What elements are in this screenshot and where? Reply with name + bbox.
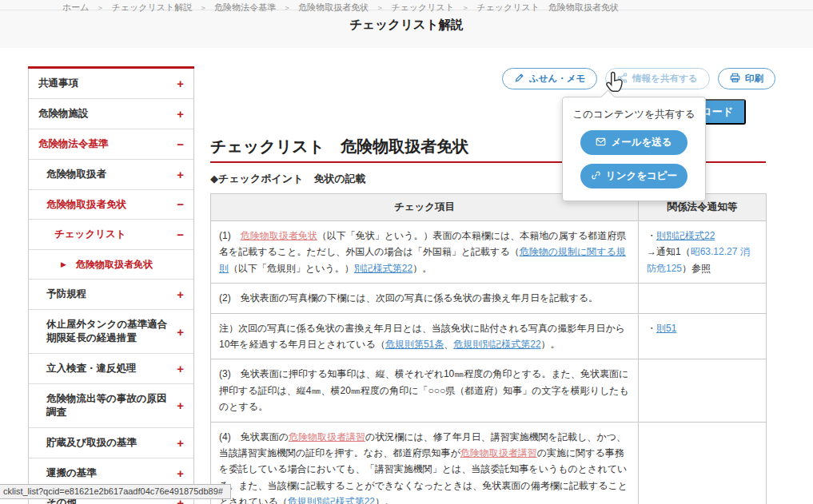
link-icon — [591, 170, 601, 183]
expand-plus-icon[interactable]: + — [177, 288, 184, 300]
inline-link[interactable]: 危険物取扱者講習 — [460, 447, 537, 458]
printer-icon — [730, 73, 740, 85]
text-segment: (4) 免状裏面の — [219, 431, 289, 442]
pencil-icon — [514, 73, 524, 85]
breadcrumb-separator-icon: ＞ — [97, 3, 105, 12]
copy-link-label: リンクをコピー — [606, 169, 677, 183]
breadcrumb-item[interactable]: 危険物法令基準 — [214, 2, 276, 12]
text-segment: →通知1（ — [647, 246, 691, 257]
sidebar-item-label: 危険物取扱者免状 — [46, 198, 172, 212]
sidebar-item-label: 貯蔵及び取扱の基準 — [46, 436, 172, 450]
breadcrumb-separator-icon: ＞ — [199, 3, 207, 12]
button-label: 印刷 — [745, 73, 763, 85]
expand-plus-icon[interactable]: + — [177, 363, 184, 375]
expand-plus-icon[interactable]: + — [177, 108, 184, 120]
sidebar-item[interactable]: ▶危険物取扱者免状 — [29, 250, 193, 280]
related-law-cell — [639, 422, 767, 504]
related-law-cell: ・則別記様式22→通知1（昭63.12.27 消防危125）参照 — [639, 221, 767, 284]
text-segment: (1) — [219, 230, 241, 241]
button-label: ふせん・メモ — [529, 73, 585, 85]
sidebar-item[interactable]: 貯蔵及び取扱の基準+ — [29, 428, 193, 458]
text-segment: 、 — [444, 339, 453, 350]
sidebar-item-label: 危険物流出等の事故の原因調査 — [46, 392, 172, 419]
sidebar-item[interactable]: 危険物施設+ — [29, 99, 193, 129]
inline-link[interactable]: 危規則別記様式第22 — [453, 339, 540, 350]
inline-link[interactable]: 別記様式第22 — [354, 263, 412, 274]
button-label: 情報を共有する — [632, 73, 697, 85]
breadcrumb-separator-icon: ＞ — [283, 3, 291, 12]
status-bar-url: cklist_list?qcid=e81621e2b617aadf04c76e4… — [0, 484, 231, 499]
sidebar-item-label: 立入検査・違反処理 — [46, 362, 172, 375]
text-segment: ・ — [647, 230, 656, 241]
inline-link[interactable]: 則別記様式22 — [656, 230, 715, 241]
inline-link[interactable]: 危険物取扱者講習 — [289, 431, 365, 442]
table-row: (2) 免状表面の写真欄の下欄には、次回の写真に係る免状の書換え年月日を記載する… — [211, 284, 767, 313]
check-table: チェック項目 関係法令通知等 (1) 危険物取扱者免状（以下「免状」という。）表… — [210, 193, 767, 504]
check-item-cell: (3) 免状表面に押印する知事印は、縦、横それぞれ10㎜程度の角印とする。また、… — [211, 359, 639, 422]
expand-plus-icon[interactable]: + — [177, 437, 184, 449]
text-segment: ）。 — [412, 263, 432, 274]
related-law-line: ・則別記様式22 — [647, 228, 758, 244]
table-row: (3) 免状表面に押印する知事印は、縦、横それぞれ10㎜程度の角印とする。また、… — [211, 359, 767, 422]
share-icon — [617, 73, 628, 85]
print-button[interactable]: 印刷 — [718, 68, 775, 89]
sidebar-item[interactable]: 危険物取扱者+ — [29, 160, 193, 190]
sidebar-menu: 共通事項+危険物施設+危険物法令基準−危険物取扱者+危険物取扱者免状−チェックリ… — [28, 69, 194, 504]
sidebar-item-label: 休止屋外タンクの基準適合期限延長の経過措置 — [46, 318, 172, 345]
breadcrumb-item: チェックリスト 危険物取扱者免状 — [476, 2, 619, 12]
sidebar-item-label: 危険物法令基準 — [38, 137, 172, 151]
sidebar: 共通事項+危険物施設+危険物法令基準−危険物取扱者+危険物取扱者免状−チェックリ… — [28, 66, 194, 504]
inline-link[interactable]: 則51 — [656, 323, 676, 334]
breadcrumb-item[interactable]: チェックリスト解説 — [112, 2, 193, 12]
breadcrumb-separator-icon: ＞ — [376, 3, 384, 12]
sidebar-item[interactable]: 危険物流出等の事故の原因調査+ — [29, 384, 193, 428]
text-segment: ）。 — [375, 496, 394, 504]
check-item-cell: (2) 免状表面の写真欄の下欄には、次回の写真に係る免状の書換え年月日を記載する… — [211, 284, 639, 313]
sidebar-item-label: 運搬の基準 — [46, 466, 172, 480]
toolbar: ふせん・メモ情報を共有する印刷 — [502, 68, 775, 89]
sidebar-item[interactable]: 危険物取扱者免状− — [29, 190, 193, 220]
sidebar-item[interactable]: チェックリスト− — [29, 220, 193, 250]
expand-plus-icon[interactable]: + — [177, 467, 184, 479]
collapse-minus-icon[interactable]: − — [177, 138, 184, 150]
related-law-cell: ・則51 — [639, 313, 767, 359]
collapse-minus-icon[interactable]: − — [177, 198, 184, 210]
expand-plus-icon[interactable]: + — [177, 399, 184, 411]
checkpoint-heading: ◆チェックポイント 免状の記載 — [210, 172, 366, 186]
sidebar-item[interactable]: 危険物法令基準− — [29, 129, 193, 160]
expand-plus-icon[interactable]: + — [177, 77, 184, 89]
expand-plus-icon[interactable]: + — [177, 326, 184, 338]
sidebar-item-label: 危険物施設 — [38, 107, 172, 121]
sidebar-item-label: 危険物取扱者 — [46, 168, 172, 181]
note-memo-button[interactable]: ふせん・メモ — [502, 68, 597, 89]
sidebar-item-label: チェックリスト — [54, 228, 172, 241]
breadcrumb-separator-icon: ＞ — [461, 3, 469, 12]
inline-link[interactable]: 危険物取扱者免状 — [241, 230, 317, 241]
breadcrumb-item[interactable]: チェックリスト — [391, 2, 454, 12]
check-item-cell: (1) 危険物取扱者免状（以下「免状」という。）表面の本籍欄には、本籍地の属する… — [211, 221, 639, 284]
breadcrumb: ホーム＞チェックリスト解説＞危険物法令基準＞危険物取扱者免状＞チェックリスト＞チ… — [62, 2, 619, 14]
breadcrumb-item[interactable]: 危険物取扱者免状 — [298, 2, 369, 12]
related-law-line: →通知1（昭63.12.27 消防危125）参照 — [647, 244, 758, 276]
check-item-cell: 注）次回の写真に係る免状の書換え年月日とは、当該免状に貼付される写真の撮影年月日… — [211, 313, 639, 359]
sidebar-item[interactable]: 休止屋外タンクの基準適合期限延長の経過措置+ — [29, 310, 193, 354]
inline-link[interactable]: 危規則別記様式第22 — [288, 496, 375, 504]
collapse-minus-icon[interactable]: − — [177, 228, 184, 240]
check-item-cell: (4) 免状裏面の危険物取扱者講習の状況欄には、修了年月日、講習実施機関を記載し… — [211, 422, 639, 504]
table-row: (1) 危険物取扱者免状（以下「免状」という。）表面の本籍欄には、本籍地の属する… — [211, 221, 767, 284]
share-button[interactable]: 情報を共有する — [605, 68, 709, 89]
sidebar-item[interactable]: 予防規程+ — [29, 280, 193, 310]
expand-plus-icon[interactable]: + — [177, 169, 184, 181]
inline-link[interactable]: 危規則第51条 — [385, 339, 444, 350]
send-mail-button[interactable]: メールを送る — [580, 130, 687, 155]
share-popup-title: このコンテンツを共有する — [571, 108, 697, 121]
page-title: チェックリスト解説 — [0, 17, 813, 34]
sidebar-item[interactable]: 立入検査・違反処理+ — [29, 354, 193, 384]
related-law-line: ・則51 — [647, 320, 758, 336]
copy-link-button[interactable]: リンクをコピー — [580, 164, 687, 189]
text-segment: ）参照 — [682, 263, 711, 274]
table-row: 注）次回の写真に係る免状の書換え年月日とは、当該免状に貼付される写真の撮影年月日… — [211, 313, 767, 359]
breadcrumb-item[interactable]: ホーム — [62, 2, 90, 12]
text-segment: （以下「危規則」という。） — [229, 263, 354, 274]
sidebar-item[interactable]: 共通事項+ — [29, 69, 193, 99]
